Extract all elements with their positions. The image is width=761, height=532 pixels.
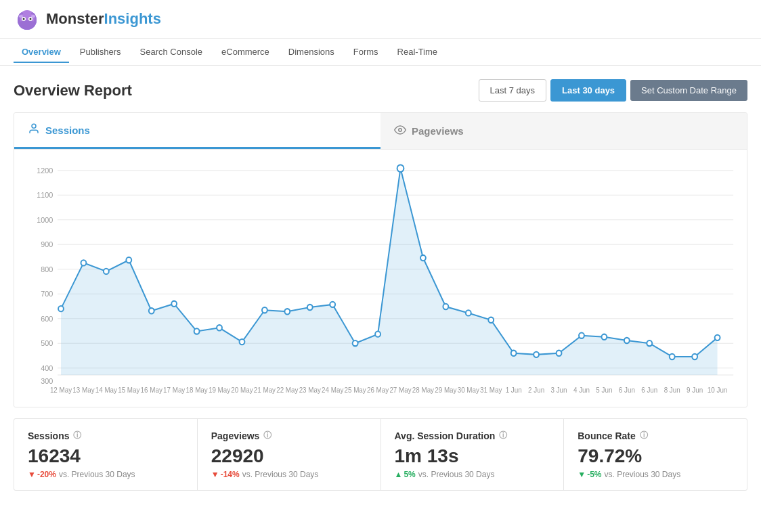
stat-avg-value: 1m 13s bbox=[395, 445, 550, 467]
svg-point-41 bbox=[217, 325, 222, 330]
nav-item-ecommerce[interactable]: eCommerce bbox=[213, 41, 278, 62]
svg-text:20 May: 20 May bbox=[231, 386, 253, 394]
svg-text:1100: 1100 bbox=[37, 191, 53, 199]
svg-point-56 bbox=[557, 351, 562, 356]
stat-bounce-comparison: ▼ -5% vs. Previous 30 Days bbox=[578, 470, 733, 479]
tab-pageviews-label: Pageviews bbox=[412, 125, 464, 137]
svg-point-34 bbox=[58, 306, 64, 311]
report-title: Overview Report bbox=[14, 82, 132, 99]
svg-text:6 Jun: 6 Jun bbox=[619, 386, 635, 394]
svg-text:15 May: 15 May bbox=[118, 386, 140, 394]
chart-tabs: Sessions Pageviews bbox=[14, 113, 747, 150]
last-30-days-button[interactable]: Last 30 days bbox=[550, 79, 626, 102]
svg-text:1000: 1000 bbox=[37, 216, 53, 224]
info-icon-pageviews[interactable]: ⓘ bbox=[263, 430, 271, 441]
svg-text:2 Jun: 2 Jun bbox=[528, 386, 544, 394]
svg-text:28 May: 28 May bbox=[412, 386, 435, 394]
stat-avg-change: ▲ 5% bbox=[395, 470, 416, 479]
stat-avg-session: Avg. Session Duration ⓘ 1m 13s ▲ 5% vs. … bbox=[381, 419, 565, 490]
svg-point-44 bbox=[284, 309, 290, 314]
svg-text:9 Jun: 9 Jun bbox=[687, 386, 703, 394]
svg-point-46 bbox=[330, 302, 335, 307]
stat-sessions-change: ▼ -20% bbox=[28, 470, 56, 479]
stat-sessions: Sessions ⓘ 16234 ▼ -20% vs. Previous 30 … bbox=[14, 419, 198, 490]
svg-point-47 bbox=[353, 340, 358, 346]
last-7-days-button[interactable]: Last 7 days bbox=[479, 79, 547, 102]
svg-point-50 bbox=[420, 255, 426, 261]
stat-avg-comparison: ▲ 5% vs. Previous 30 Days bbox=[395, 470, 550, 479]
nav-item-dimensions[interactable]: Dimensions bbox=[280, 41, 343, 62]
stat-bounce-rate: Bounce Rate ⓘ 79.72% ▼ -5% vs. Previous … bbox=[564, 419, 747, 490]
svg-text:5 Jun: 5 Jun bbox=[596, 386, 612, 394]
logo-icon bbox=[14, 5, 41, 32]
svg-text:29 May: 29 May bbox=[435, 386, 457, 394]
person-icon bbox=[28, 123, 40, 137]
svg-text:800: 800 bbox=[41, 265, 53, 273]
svg-point-51 bbox=[443, 304, 448, 309]
svg-text:10 Jun: 10 Jun bbox=[708, 386, 728, 394]
info-icon-avg[interactable]: ⓘ bbox=[499, 430, 507, 441]
date-controls: Last 7 days Last 30 days Set Custom Date… bbox=[479, 79, 747, 102]
svg-text:4 Jun: 4 Jun bbox=[573, 386, 590, 394]
main-nav: Overview Publishers Search Console eComm… bbox=[0, 39, 761, 66]
nav-item-forms[interactable]: Forms bbox=[345, 41, 387, 62]
svg-text:6 Jun: 6 Jun bbox=[641, 386, 657, 394]
svg-point-11 bbox=[399, 128, 402, 131]
svg-text:500: 500 bbox=[41, 339, 53, 347]
stat-pageviews-change: ▼ -14% bbox=[211, 470, 240, 479]
tab-pageviews[interactable]: Pageviews bbox=[380, 113, 747, 149]
svg-point-52 bbox=[466, 310, 471, 315]
svg-text:1 Jun: 1 Jun bbox=[506, 386, 522, 394]
svg-text:14 May: 14 May bbox=[95, 386, 118, 394]
svg-point-37 bbox=[126, 257, 131, 263]
svg-marker-33 bbox=[61, 169, 718, 375]
svg-point-63 bbox=[715, 335, 720, 340]
chart-svg: 1200 1100 1000 900 800 700 600 500 400 3… bbox=[21, 156, 740, 407]
svg-text:13 May: 13 May bbox=[72, 386, 95, 394]
svg-text:24 May: 24 May bbox=[322, 386, 344, 394]
svg-point-10 bbox=[32, 124, 36, 128]
stat-sessions-comparison: ▼ -20% vs. Previous 30 Days bbox=[28, 470, 183, 479]
nav-item-search-console[interactable]: Search Console bbox=[132, 41, 211, 62]
svg-text:16 May: 16 May bbox=[141, 386, 163, 394]
svg-text:25 May: 25 May bbox=[345, 386, 367, 394]
app-header: MonsterInsights bbox=[0, 0, 761, 39]
nav-item-realtime[interactable]: Real-Time bbox=[389, 41, 445, 62]
svg-text:27 May: 27 May bbox=[389, 386, 412, 394]
svg-text:1200: 1200 bbox=[37, 167, 53, 175]
info-icon-bounce[interactable]: ⓘ bbox=[640, 430, 648, 441]
svg-text:19 May: 19 May bbox=[209, 386, 231, 394]
stat-pageviews-comparison: ▼ -14% vs. Previous 30 Days bbox=[211, 470, 367, 479]
arrow-down-icon-pv: ▼ bbox=[211, 470, 219, 479]
stat-bounce-change: ▼ -5% bbox=[578, 470, 601, 479]
stat-sessions-value: 16234 bbox=[28, 445, 183, 467]
custom-date-range-button[interactable]: Set Custom Date Range bbox=[630, 80, 747, 101]
stat-bounce-label: Bounce Rate ⓘ bbox=[578, 430, 733, 441]
svg-point-61 bbox=[670, 354, 675, 359]
info-icon-sessions[interactable]: ⓘ bbox=[73, 430, 81, 441]
svg-text:22 May: 22 May bbox=[276, 386, 299, 394]
svg-text:30 May: 30 May bbox=[458, 386, 480, 394]
arrow-down-icon-bounce: ▼ bbox=[578, 470, 586, 479]
svg-point-49 bbox=[397, 165, 404, 172]
svg-text:300: 300 bbox=[41, 376, 53, 384]
svg-point-7 bbox=[30, 18, 32, 20]
svg-text:31 May: 31 May bbox=[480, 386, 502, 394]
nav-item-overview[interactable]: Overview bbox=[14, 41, 69, 62]
stat-pageviews-value: 22920 bbox=[211, 445, 367, 467]
eye-icon bbox=[394, 124, 406, 139]
svg-point-36 bbox=[104, 269, 109, 274]
svg-point-8 bbox=[19, 15, 23, 18]
tab-sessions[interactable]: Sessions bbox=[14, 113, 380, 149]
main-content: Overview Report Last 7 days Last 30 days… bbox=[0, 66, 761, 504]
svg-point-59 bbox=[624, 338, 630, 343]
svg-point-55 bbox=[534, 352, 539, 357]
svg-text:900: 900 bbox=[41, 240, 53, 248]
tab-sessions-label: Sessions bbox=[45, 125, 90, 136]
svg-text:18 May: 18 May bbox=[186, 386, 208, 394]
stat-sessions-label: Sessions ⓘ bbox=[28, 430, 183, 441]
svg-point-57 bbox=[579, 333, 584, 338]
svg-point-58 bbox=[601, 334, 607, 340]
nav-item-publishers[interactable]: Publishers bbox=[72, 41, 129, 62]
stat-avg-label: Avg. Session Duration ⓘ bbox=[395, 430, 550, 441]
